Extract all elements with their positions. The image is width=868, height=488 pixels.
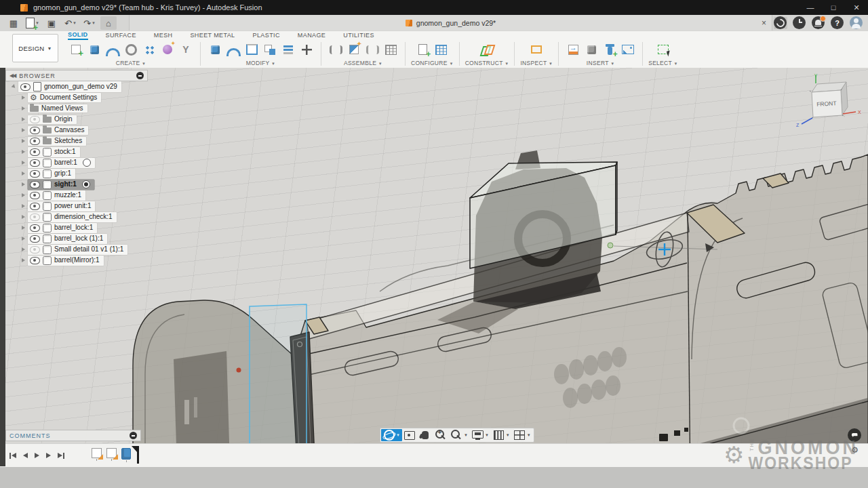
view-cube[interactable]: FRONT Y X Z xyxy=(795,73,863,133)
undo-icon[interactable]: ↶▼ xyxy=(62,16,79,30)
visibility-eye-icon[interactable] xyxy=(30,192,40,199)
sketch-feature-icon[interactable] xyxy=(92,448,102,461)
visibility-eye-icon[interactable] xyxy=(30,170,40,178)
tree-item-gnomon-gun-demo-v29[interactable]: gnomon_gun_demo v29 xyxy=(5,81,148,92)
visibility-eye-icon[interactable] xyxy=(30,148,40,156)
ribbon-tab-mesh[interactable]: MESH xyxy=(154,32,173,39)
tree-item-dimension-check-1[interactable]: dimension_check:1 xyxy=(5,211,148,222)
tree-item-chip[interactable]: Small detail 01 v1 (1):1 xyxy=(28,245,127,255)
panel-options-icon[interactable] xyxy=(136,72,144,79)
expand-icon[interactable] xyxy=(12,84,17,89)
recent-activity-icon[interactable] xyxy=(793,16,806,29)
move-copy-icon[interactable] xyxy=(298,41,315,58)
expand-icon[interactable] xyxy=(22,215,25,219)
canvas-icon[interactable] xyxy=(619,41,637,58)
tree-item-barrel-mirror-1[interactable]: barrel(Mirror):1 xyxy=(5,255,148,266)
extrude-icon[interactable] xyxy=(85,41,103,58)
configure-icon[interactable] xyxy=(414,41,432,58)
visibility-eye-icon[interactable] xyxy=(30,138,40,145)
tree-item-chip[interactable]: power unit:1 xyxy=(28,201,95,211)
expand-icon[interactable] xyxy=(22,117,25,121)
ribbon-tab-utilities[interactable]: UTILITIES xyxy=(343,32,374,39)
tree-item-chip[interactable]: barrel(Mirror):1 xyxy=(28,256,104,266)
tree-item-chip[interactable]: gnomon_gun_demo v29 xyxy=(18,81,121,92)
activate-component-radio[interactable] xyxy=(82,180,90,188)
redo-icon[interactable]: ↷▼ xyxy=(81,16,98,30)
tree-item-power-unit-1[interactable]: power unit:1 xyxy=(5,201,148,211)
expand-icon[interactable] xyxy=(22,171,25,176)
create-sketch-icon[interactable] xyxy=(67,41,85,58)
zoom-icon[interactable] xyxy=(433,429,449,441)
tree-item-chip[interactable]: dimension_check:1 xyxy=(28,212,117,222)
expand-icon[interactable] xyxy=(22,182,25,186)
tree-item-barrel-lock-1-1[interactable]: barrel_lock (1):1 xyxy=(5,233,148,244)
hole-icon[interactable] xyxy=(122,41,140,58)
tree-item-chip[interactable]: Canvases xyxy=(28,126,88,135)
tree-item-chip[interactable]: barrel:1 xyxy=(28,158,95,168)
revolve-icon[interactable] xyxy=(104,41,121,58)
expand-icon[interactable] xyxy=(22,237,25,241)
tree-item-small-detail-01-v1-1-1[interactable]: Small detail 01 v1 (1):1 xyxy=(5,244,148,255)
pan-icon[interactable] xyxy=(418,429,433,441)
tree-item-chip[interactable]: Origin xyxy=(28,115,77,124)
tree-item-chip[interactable]: Named Views xyxy=(28,104,87,113)
tree-item-chip[interactable]: muzzle:1 xyxy=(28,190,85,201)
configuration-table-icon[interactable] xyxy=(433,41,450,58)
measure-icon[interactable] xyxy=(528,41,545,58)
extrude-feature-icon[interactable] xyxy=(121,448,131,462)
offset-face-icon[interactable] xyxy=(279,41,297,58)
look-at-icon[interactable] xyxy=(402,429,418,441)
fit-icon[interactable]: ▼ xyxy=(449,429,470,441)
visibility-eye-icon[interactable] xyxy=(30,127,40,134)
pipe-icon[interactable]: Y xyxy=(177,41,195,58)
visibility-eye-icon[interactable] xyxy=(30,116,40,123)
create-form-icon[interactable] xyxy=(159,41,176,58)
expand-icon[interactable] xyxy=(22,150,25,154)
tree-item-chip[interactable]: stock:1 xyxy=(28,147,80,157)
sketch-feature-icon[interactable] xyxy=(106,448,117,461)
file-home-icon[interactable]: ⌂ xyxy=(100,16,117,30)
tree-item-grip-1[interactable]: grip:1 xyxy=(5,168,148,179)
tree-item-chip[interactable]: barrel_lock (1):1 xyxy=(28,234,107,244)
visibility-eye-icon[interactable] xyxy=(30,235,40,243)
viewports-icon[interactable]: ▼ xyxy=(512,429,533,441)
close-tab-icon[interactable]: × xyxy=(762,18,766,28)
visibility-eye-icon[interactable] xyxy=(30,159,40,167)
tree-item-stock-1[interactable]: stock:1 xyxy=(5,146,148,157)
document-tab[interactable]: gnomon_gun_demo v29* × xyxy=(129,15,772,30)
grid-and-snaps-icon[interactable]: ▼ xyxy=(491,429,512,441)
bom-table-icon[interactable] xyxy=(382,41,399,58)
profile-icon[interactable] xyxy=(850,16,863,29)
expand-icon[interactable] xyxy=(22,204,25,208)
close-button[interactable]: ✕ xyxy=(845,3,868,12)
expand-icon[interactable] xyxy=(22,106,25,110)
new-component-icon[interactable] xyxy=(345,41,363,58)
visibility-eye-icon[interactable] xyxy=(30,203,40,210)
orbit-icon[interactable]: ▼ xyxy=(381,429,402,441)
expand-icon[interactable] xyxy=(22,161,25,165)
ribbon-tab-plastic[interactable]: PLASTIC xyxy=(253,32,280,39)
tree-item-chip[interactable]: ⚙Document Settings xyxy=(28,93,101,102)
visibility-eye-icon[interactable] xyxy=(30,246,40,253)
notifications-icon[interactable] xyxy=(812,16,825,29)
job-status-icon[interactable] xyxy=(774,16,787,29)
insert-derive-icon[interactable] xyxy=(583,41,600,58)
step-forward-button[interactable] xyxy=(46,453,51,458)
rectangular-pattern-icon[interactable] xyxy=(140,41,158,58)
construct-plane-icon[interactable] xyxy=(478,41,496,58)
joint-icon[interactable] xyxy=(327,41,344,58)
timeline-position-marker[interactable] xyxy=(137,446,139,464)
shell-icon[interactable] xyxy=(243,41,260,58)
expand-icon[interactable] xyxy=(22,139,25,143)
visibility-eye-icon[interactable] xyxy=(30,214,40,221)
select-icon[interactable] xyxy=(654,41,672,58)
visibility-eye-icon[interactable] xyxy=(30,181,40,188)
workspace-selector[interactable]: DESIGN▼ xyxy=(12,34,58,62)
ribbon-tab-sheet-metal[interactable]: SHEET METAL xyxy=(190,32,235,39)
help-icon[interactable]: ? xyxy=(831,16,844,29)
tree-item-named-views[interactable]: Named Views xyxy=(5,103,148,114)
tree-item-chip[interactable]: sight:1 xyxy=(28,180,94,190)
step-back-button[interactable] xyxy=(23,453,28,458)
play-button[interactable] xyxy=(35,453,39,458)
tree-item-barrel-1[interactable]: barrel:1 xyxy=(5,157,148,168)
